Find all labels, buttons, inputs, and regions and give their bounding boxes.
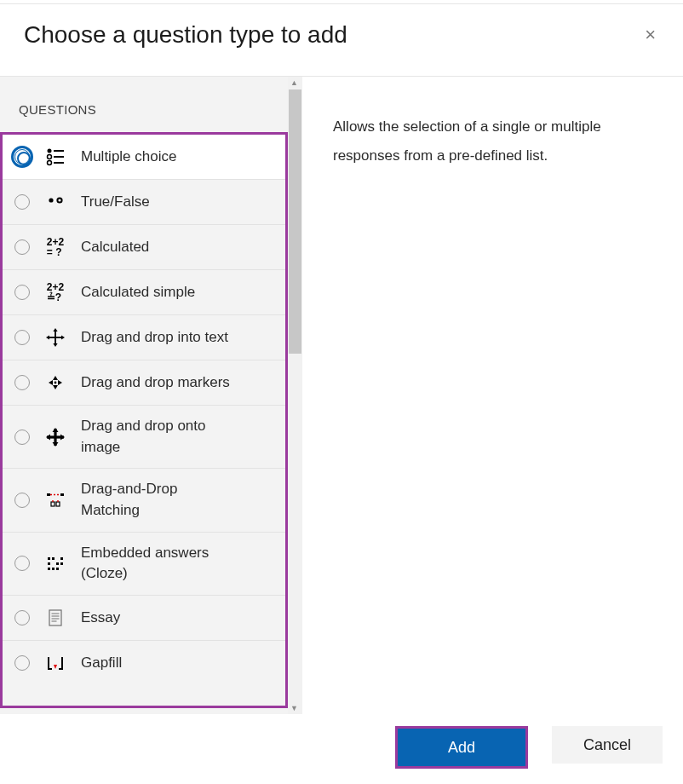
gapfill-icon bbox=[45, 653, 66, 673]
radio-essay[interactable] bbox=[14, 610, 30, 625]
svg-rect-32 bbox=[48, 557, 50, 560]
modal-footer: Add Cancel bbox=[0, 714, 683, 784]
qtype-calculatedsimple[interactable]: 2+2 ≟? Calculated simple bbox=[3, 270, 285, 315]
radio-calculated[interactable] bbox=[14, 239, 30, 255]
qtype-calculated[interactable]: 2+2 = ? Calculated bbox=[3, 225, 285, 270]
svg-rect-38 bbox=[48, 568, 50, 570]
svg-marker-15 bbox=[53, 385, 58, 389]
radio-truefalse[interactable] bbox=[14, 194, 30, 210]
svg-rect-28 bbox=[51, 502, 55, 506]
svg-rect-33 bbox=[52, 557, 55, 560]
qtype-label: Multiple choice bbox=[81, 136, 176, 178]
calculated-icon: 2+2 = ? bbox=[45, 237, 66, 257]
svg-marker-16 bbox=[49, 380, 53, 385]
scrollbar[interactable] bbox=[288, 77, 302, 714]
qtype-truefalse[interactable]: True/False bbox=[3, 180, 285, 225]
qtype-gapfill[interactable]: Gapfill bbox=[3, 641, 285, 686]
svg-rect-25 bbox=[47, 493, 50, 496]
qtype-dragontoimage[interactable]: Drag and drop onto image bbox=[3, 406, 285, 469]
svg-point-2 bbox=[48, 155, 52, 159]
qtype-label: Drag and drop into text bbox=[81, 317, 228, 359]
radio-dragmatching[interactable] bbox=[14, 493, 30, 508]
scrollbar-thumb[interactable] bbox=[289, 89, 301, 354]
svg-marker-14 bbox=[53, 376, 58, 380]
svg-rect-34 bbox=[60, 557, 63, 560]
drag-image-icon bbox=[45, 427, 66, 447]
qtype-dragmatching[interactable]: Drag-and-Drop Matching bbox=[3, 469, 285, 532]
qtype-multiplechoice[interactable]: Multiple choice bbox=[3, 135, 285, 180]
radio-dragmarkers[interactable] bbox=[14, 375, 30, 390]
qtype-label: Drag-and-Drop Matching bbox=[81, 469, 234, 531]
cancel-button[interactable]: Cancel bbox=[552, 726, 663, 764]
svg-rect-29 bbox=[56, 502, 60, 506]
questiontype-list-pane: QUESTIONS bbox=[0, 77, 302, 714]
question-type-modal: Choose a question type to add × QUESTION… bbox=[0, 0, 683, 784]
svg-point-6 bbox=[49, 198, 53, 202]
svg-point-7 bbox=[57, 198, 61, 202]
qtype-label: Essay bbox=[81, 597, 120, 639]
qtype-dragmarkers[interactable]: Drag and drop markers bbox=[3, 360, 285, 406]
svg-rect-36 bbox=[56, 562, 59, 565]
svg-rect-26 bbox=[60, 493, 64, 496]
svg-rect-1 bbox=[54, 150, 64, 152]
svg-marker-46 bbox=[54, 665, 57, 669]
section-title: QUESTIONS bbox=[0, 77, 288, 132]
truefalse-icon bbox=[45, 192, 66, 212]
qtype-cloze[interactable]: Embedded answers (Cloze) bbox=[3, 533, 285, 596]
calculatedsimple-icon: 2+2 ≟? bbox=[45, 282, 66, 303]
qtype-label: True/False bbox=[81, 182, 150, 223]
add-button[interactable]: Add bbox=[398, 729, 525, 766]
svg-marker-13 bbox=[61, 335, 65, 339]
svg-point-18 bbox=[55, 382, 57, 384]
svg-rect-35 bbox=[48, 562, 50, 565]
svg-marker-12 bbox=[46, 335, 49, 339]
drag-markers-icon bbox=[45, 372, 66, 393]
radio-multiplechoice[interactable] bbox=[14, 149, 30, 164]
svg-rect-5 bbox=[54, 162, 64, 164]
radio-calculatedsimple[interactable] bbox=[14, 285, 30, 300]
qtype-label: Calculated bbox=[81, 227, 149, 268]
modal-title: Choose a question type to add bbox=[24, 21, 347, 49]
multichoice-icon bbox=[45, 147, 66, 167]
questiontype-highlight-frame: Multiple choice True/False bbox=[0, 132, 288, 708]
questiontype-description-pane: Allows the selection of a single or mult… bbox=[302, 77, 683, 714]
qtype-label: Gapfill bbox=[81, 643, 122, 684]
qtype-label: Calculated simple bbox=[81, 272, 195, 314]
svg-marker-21 bbox=[53, 428, 59, 432]
radio-gapfill[interactable] bbox=[14, 655, 30, 671]
qtype-dragintotext[interactable]: Drag and drop into text bbox=[3, 315, 285, 360]
qtype-label: Embedded answers (Cloze) bbox=[81, 533, 234, 595]
cloze-icon bbox=[45, 553, 66, 574]
qtype-essay[interactable]: Essay bbox=[3, 596, 285, 641]
modal-header: Choose a question type to add × bbox=[0, 4, 683, 77]
add-button-highlight: Add bbox=[395, 726, 528, 769]
svg-rect-40 bbox=[56, 568, 59, 570]
qtype-label: Drag and drop onto image bbox=[81, 406, 234, 468]
svg-rect-37 bbox=[60, 562, 63, 565]
radio-dragontoimage[interactable] bbox=[14, 429, 30, 445]
svg-marker-23 bbox=[46, 434, 50, 440]
svg-point-4 bbox=[48, 161, 52, 165]
drag-text-icon bbox=[45, 327, 66, 348]
close-icon[interactable]: × bbox=[641, 26, 659, 44]
qtype-label: Drag and drop markers bbox=[81, 362, 230, 404]
svg-marker-10 bbox=[53, 328, 57, 331]
drag-matching-icon bbox=[45, 490, 66, 510]
svg-rect-39 bbox=[52, 568, 55, 570]
svg-marker-24 bbox=[60, 434, 65, 440]
svg-marker-11 bbox=[53, 343, 57, 347]
radio-dragintotext[interactable] bbox=[14, 330, 30, 345]
radio-cloze[interactable] bbox=[14, 556, 30, 571]
svg-rect-41 bbox=[49, 610, 61, 625]
svg-marker-17 bbox=[58, 380, 62, 385]
svg-rect-3 bbox=[54, 156, 64, 158]
essay-icon bbox=[45, 608, 66, 628]
questiontype-scroll-area[interactable]: QUESTIONS bbox=[0, 77, 302, 714]
svg-marker-22 bbox=[53, 442, 59, 447]
questiontype-description: Allows the selection of a single or mult… bbox=[333, 112, 652, 170]
svg-point-0 bbox=[48, 149, 52, 153]
